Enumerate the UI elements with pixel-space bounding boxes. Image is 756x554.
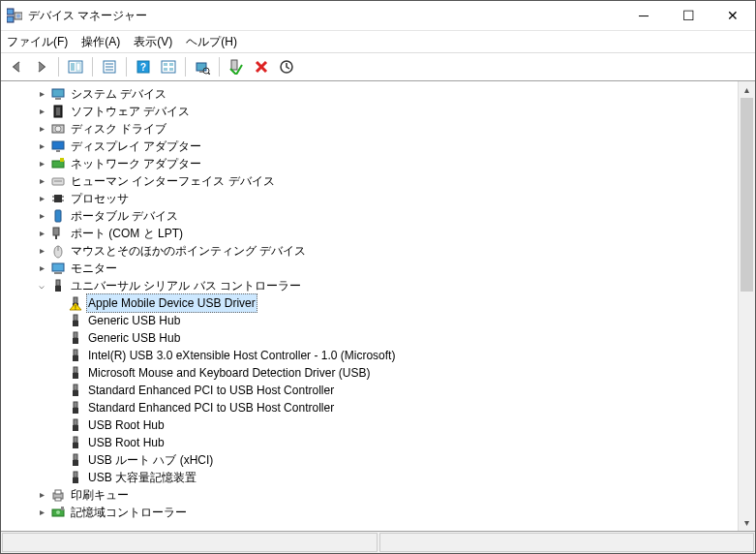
tree-item[interactable]: ▸ディスプレイ アダプター [7, 138, 738, 155]
svg-rect-75 [73, 477, 78, 483]
expand-icon[interactable]: ▸ [36, 172, 47, 190]
separator [185, 57, 186, 77]
tree-item[interactable]: Standard Enhanced PCI to USB Host Contro… [7, 399, 738, 416]
forward-button[interactable] [30, 55, 53, 78]
svg-rect-17 [169, 68, 173, 71]
usb-icon [68, 365, 83, 381]
svg-rect-78 [55, 498, 61, 501]
tree-item[interactable]: Intel(R) USB 3.0 eXtensible Host Control… [7, 347, 738, 364]
expand-icon[interactable]: ▸ [36, 504, 47, 521]
enable-device-button[interactable] [225, 55, 248, 78]
svg-text:?: ? [140, 62, 146, 73]
tree-item[interactable]: ▸ポート (COM と LPT) [7, 225, 738, 242]
scroll-down-icon[interactable]: ▾ [739, 514, 755, 531]
usb-icon [68, 313, 83, 328]
svg-rect-0 [7, 9, 14, 15]
scroll-up-icon[interactable]: ▴ [739, 81, 755, 98]
expand-icon[interactable]: ▸ [36, 486, 47, 504]
tree-item-label: Intel(R) USB 3.0 eXtensible Host Control… [86, 347, 397, 364]
svg-rect-32 [52, 141, 64, 149]
expand-icon[interactable]: ▸ [36, 85, 47, 103]
usb-icon [68, 470, 83, 485]
tree-item[interactable]: Generic USB Hub [7, 329, 738, 347]
help-button[interactable]: ? [132, 55, 155, 78]
svg-rect-33 [56, 150, 60, 152]
expand-icon[interactable]: ▸ [36, 120, 47, 138]
svg-rect-34 [52, 161, 64, 168]
tree-item[interactable]: USB ルート ハブ (xHCI) [7, 451, 738, 469]
scroll-thumb[interactable] [741, 98, 753, 292]
tree-item[interactable]: Generic USB Hub [7, 312, 738, 329]
content-area: ▸システム デバイス▸ソフトウェア デバイス▸ディスク ドライブ▸ディスプレイ … [1, 81, 755, 532]
tree-item[interactable]: USB Root Hub [7, 416, 738, 434]
expand-icon[interactable]: ▸ [36, 260, 47, 277]
view-button[interactable] [157, 55, 180, 78]
window-buttons: ─ ☐ ✕ [621, 1, 755, 30]
expand-icon[interactable]: ▸ [36, 207, 47, 225]
usb-icon [68, 417, 83, 433]
menu-file[interactable]: ファイル(F) [7, 34, 68, 50]
separator [58, 57, 59, 77]
tree-item[interactable]: ▸マウスとそのほかのポインティング デバイス [7, 242, 738, 260]
scroll-track[interactable] [739, 98, 755, 514]
tree-item[interactable]: Microsoft Mouse and Keyboard Detection D… [7, 364, 738, 382]
scan-hardware-button[interactable] [191, 55, 214, 78]
expand-icon[interactable]: ▸ [36, 190, 47, 207]
update-driver-button[interactable] [275, 55, 298, 78]
tree-item[interactable]: ▸印刷キュー [7, 486, 738, 504]
port-icon [50, 226, 66, 241]
svg-rect-77 [55, 490, 61, 494]
tree-item[interactable]: USB Root Hub [7, 434, 738, 451]
usb-icon [68, 400, 83, 416]
svg-rect-58 [74, 332, 77, 338]
tree-item[interactable]: !Apple Mobile Device USB Driver [7, 294, 738, 312]
tree-item-label: ユニバーサル シリアル バス コントローラー [69, 277, 303, 294]
tree-item[interactable]: ▸システム デバイス [7, 85, 738, 103]
svg-rect-71 [73, 443, 78, 448]
maximize-button[interactable]: ☐ [666, 1, 711, 30]
expand-icon[interactable]: ▸ [36, 155, 47, 172]
expand-icon[interactable]: ▸ [36, 242, 47, 260]
status-pane [2, 533, 378, 552]
expand-icon[interactable]: ▸ [36, 103, 47, 120]
expand-icon[interactable]: ⌵ [36, 277, 47, 294]
tree-item[interactable]: ▸ディスク ドライブ [7, 120, 738, 138]
titlebar[interactable]: デバイス マネージャー ─ ☐ ✕ [1, 1, 755, 30]
separator [219, 57, 220, 77]
window: デバイス マネージャー ─ ☐ ✕ ファイル(F) 操作(A) 表示(V) ヘル… [0, 0, 756, 554]
tree-item[interactable]: ▸ネットワーク アダプター [7, 155, 738, 172]
tree-item-label: USB 大容量記憶装置 [86, 469, 198, 486]
svg-rect-74 [74, 472, 77, 477]
tree-item[interactable]: ▸モニター [7, 260, 738, 277]
minimize-button[interactable]: ─ [621, 1, 666, 30]
tree-item[interactable]: Standard Enhanced PCI to USB Host Contro… [7, 382, 738, 399]
svg-rect-35 [60, 158, 64, 162]
tree-item[interactable]: ▸ポータブル デバイス [7, 207, 738, 225]
uninstall-device-button[interactable] [250, 55, 273, 78]
expand-icon[interactable]: ▸ [36, 138, 47, 155]
svg-rect-60 [74, 350, 77, 355]
menu-view[interactable]: 表示(V) [134, 34, 172, 50]
tree-item[interactable]: ▸記憶域コントローラー [7, 504, 738, 521]
device-tree[interactable]: ▸システム デバイス▸ソフトウェア デバイス▸ディスク ドライブ▸ディスプレイ … [1, 81, 738, 531]
tree-item[interactable]: ▸プロセッサ [7, 190, 738, 207]
show-hidden-button[interactable] [64, 55, 87, 78]
menu-help[interactable]: ヘルプ(H) [186, 34, 237, 50]
tree-item[interactable]: ▸ヒューマン インターフェイス デバイス [7, 172, 738, 190]
svg-rect-19 [199, 71, 203, 73]
properties-button[interactable] [98, 55, 121, 78]
menu-action[interactable]: 操作(A) [81, 34, 120, 50]
tree-item-label: Generic USB Hub [86, 329, 182, 347]
expand-icon[interactable]: ▸ [36, 225, 47, 242]
vertical-scrollbar[interactable]: ▴ ▾ [738, 81, 755, 531]
tree-item[interactable]: ▸ソフトウェア デバイス [7, 103, 738, 120]
close-button[interactable]: ✕ [711, 1, 755, 30]
svg-rect-68 [74, 419, 77, 425]
tree-item-label: Microsoft Mouse and Keyboard Detection D… [86, 364, 372, 382]
usb-icon [68, 330, 83, 346]
tree-item[interactable]: ⌵ユニバーサル シリアル バス コントローラー [7, 277, 738, 294]
tree-item[interactable]: USB 大容量記憶装置 [7, 469, 738, 486]
back-button[interactable] [5, 55, 28, 78]
drive-icon [50, 121, 66, 137]
svg-rect-16 [164, 68, 167, 71]
